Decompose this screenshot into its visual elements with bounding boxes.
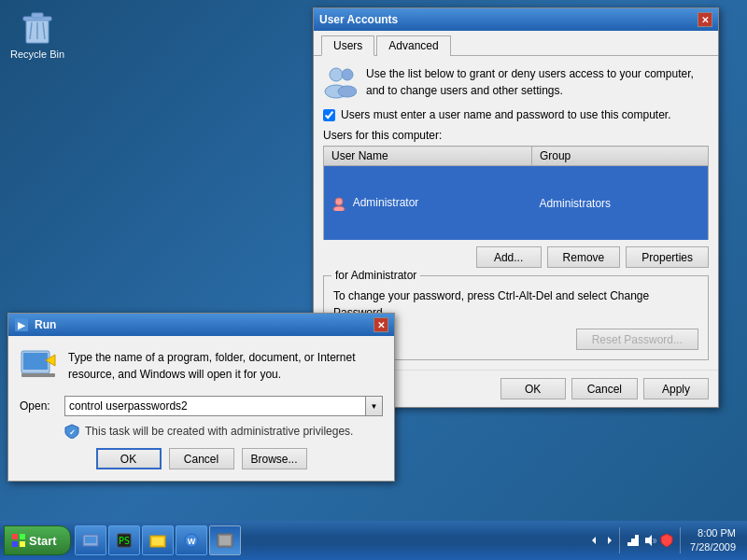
svg-rect-16	[21, 373, 55, 377]
svg-marker-38	[645, 535, 652, 546]
tray-divider	[619, 527, 620, 553]
clock-time: 8:00 PM	[690, 526, 736, 540]
svg-point-11	[333, 206, 345, 211]
security-icon	[659, 533, 674, 548]
svg-marker-33	[592, 537, 596, 544]
svg-rect-28	[152, 538, 163, 545]
tray-icons: ))	[626, 533, 674, 548]
properties-button[interactable]: Properties	[626, 246, 709, 268]
checkbox-row: Users must enter a user name and passwor…	[323, 108, 709, 121]
run-description: Type the name of a program, folder, docu…	[68, 347, 383, 383]
svg-point-10	[335, 198, 343, 205]
run-open-row: Open: ▼	[20, 396, 383, 416]
svg-text:✓: ✓	[69, 428, 76, 437]
svg-rect-21	[12, 541, 18, 547]
ua-ok-button[interactable]: OK	[500, 378, 566, 399]
clock-divider	[680, 527, 681, 553]
network-icon	[626, 533, 641, 548]
users-for-label: Users for this computer:	[323, 129, 709, 142]
user-accounts-titlebar: User Accounts ✕	[314, 8, 718, 31]
section-title: for Administrator	[331, 269, 420, 282]
tray-arrow-icon	[590, 535, 601, 546]
ua-cancel-button[interactable]: Cancel	[571, 378, 638, 399]
start-label: Start	[29, 534, 57, 548]
must-enter-password-checkbox[interactable]	[323, 109, 335, 121]
shield-icon: ✓	[64, 424, 79, 439]
run-main: Type the name of a program, folder, docu…	[20, 347, 383, 385]
sound-icon: ))	[642, 533, 657, 548]
svg-rect-2	[32, 13, 43, 18]
run-dialog: ▶ Run ✕ Type the name of a program, fold…	[7, 313, 395, 482]
tray-icon-security[interactable]	[659, 533, 674, 548]
svg-rect-22	[20, 541, 25, 547]
svg-rect-19	[12, 534, 18, 539]
open-label: Open:	[20, 399, 57, 413]
run-dropdown-button[interactable]: ▼	[366, 396, 383, 416]
run-browse-button[interactable]: Browse...	[242, 448, 307, 469]
desktop: Recycle Bin User Accounts ✕ Users Advanc…	[0, 0, 747, 521]
remove-button[interactable]: Remove	[547, 246, 621, 268]
start-button[interactable]: Start	[4, 525, 71, 555]
run-buttons: OK Cancel Browse...	[20, 448, 383, 469]
tray-icon-sound[interactable]: ))	[642, 533, 657, 548]
user-name-text: Administrator	[353, 196, 419, 209]
taskbar-item-5[interactable]	[209, 525, 241, 555]
svg-point-9	[338, 86, 357, 97]
dialog-info-row: Use the list below to grant or deny user…	[323, 65, 709, 99]
taskbar-item-1[interactable]	[75, 525, 106, 555]
user-accounts-close-button[interactable]: ✕	[698, 12, 712, 27]
table-row[interactable]: Administrator Administrators	[324, 166, 709, 241]
run-close-button[interactable]: ✕	[374, 317, 388, 332]
svg-rect-32	[219, 536, 231, 545]
svg-text:)): ))	[653, 538, 656, 543]
svg-rect-37	[635, 535, 639, 546]
svg-text:PS: PS	[119, 536, 130, 546]
tray-arrow2-icon	[602, 535, 613, 546]
svg-rect-36	[631, 539, 635, 546]
run-titlebar-icon: ▶	[14, 317, 29, 332]
run-title: Run	[35, 318, 56, 331]
svg-point-6	[330, 68, 343, 81]
user-group-cell: Administrators	[531, 166, 708, 241]
taskbar-item-4[interactable]: W	[176, 525, 207, 555]
tab-users[interactable]: Users	[321, 35, 374, 56]
run-admin-notice-row: ✓ This task will be created with adminis…	[20, 424, 383, 439]
windows-logo-icon	[12, 534, 25, 547]
svg-point-8	[342, 69, 353, 80]
svg-rect-20	[20, 534, 25, 539]
checkbox-label: Users must enter a user name and passwor…	[341, 108, 671, 121]
add-button[interactable]: Add...	[476, 246, 542, 268]
tab-advanced[interactable]: Advanced	[376, 35, 450, 56]
tray-icon-network[interactable]	[626, 533, 641, 548]
run-cancel-button[interactable]: Cancel	[169, 448, 234, 469]
svg-rect-35	[627, 542, 631, 546]
admin-notice-text: This task will be created with administr…	[85, 425, 353, 438]
taskbar-tray: )) 8:00 PM 7/28/2009	[590, 526, 743, 555]
user-accounts-tabs: Users Advanced	[314, 31, 718, 56]
col-username: User Name	[324, 147, 532, 166]
taskbar-items: PS W	[75, 525, 590, 555]
users-table: User Name Group Administrator Ad	[323, 146, 709, 241]
taskbar-icon-4: W	[182, 531, 201, 550]
svg-text:W: W	[187, 537, 195, 546]
recycle-bin-icon[interactable]: Recycle Bin	[7, 7, 67, 60]
user-name-cell: Administrator	[324, 166, 532, 241]
svg-marker-34	[608, 537, 612, 544]
ua-apply-button[interactable]: Apply	[643, 378, 709, 399]
svg-text:▶: ▶	[18, 320, 26, 330]
taskbar-item-2[interactable]: PS	[108, 525, 140, 555]
reset-password-button[interactable]: Reset Password...	[576, 329, 698, 350]
recycle-bin-label: Recycle Bin	[10, 49, 64, 60]
svg-rect-15	[23, 353, 48, 370]
taskbar-icon-3	[148, 531, 167, 550]
run-ok-button[interactable]: OK	[96, 448, 162, 469]
run-titlebar: ▶ Run ✕	[8, 314, 394, 336]
run-input-container: ▼	[64, 396, 383, 416]
taskbar-icon-1	[81, 531, 100, 550]
taskbar-item-3[interactable]	[142, 525, 174, 555]
taskbar-icon-5	[216, 531, 234, 550]
run-input[interactable]	[64, 396, 366, 416]
svg-rect-24	[85, 537, 96, 543]
table-buttons: Add... Remove Properties	[323, 246, 709, 268]
run-main-icon	[20, 347, 57, 385]
